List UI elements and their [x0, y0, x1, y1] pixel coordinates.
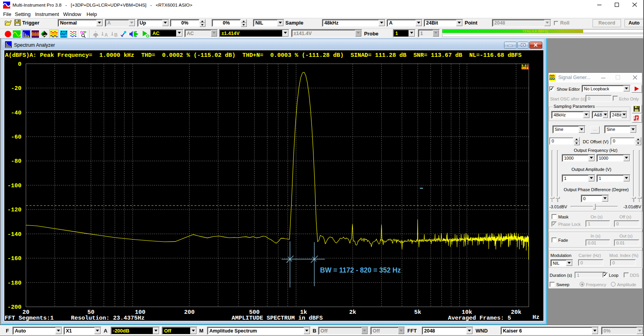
- svg-text:-120: -120: [7, 207, 21, 213]
- svg-text:-160: -160: [7, 255, 21, 262]
- svg-text:5k: 5k: [414, 309, 421, 316]
- svg-text:-40: -40: [11, 110, 21, 116]
- svg-text:AMPLITUDE SPECTRUM in dBFS: AMPLITUDE SPECTRUM in dBFS: [232, 315, 323, 321]
- svg-text:-20: -20: [11, 85, 21, 92]
- svg-text:A: A: [104, 32, 108, 38]
- svg-text:888: 888: [32, 32, 39, 37]
- svg-text:-200: -200: [7, 304, 21, 311]
- svg-text:2k: 2k: [349, 309, 356, 316]
- svg-text:P: P: [84, 30, 87, 34]
- svg-text:Resolution: 23.4375Hz: Resolution: 23.4375Hz: [71, 315, 145, 321]
- svg-text:B: B: [114, 32, 118, 38]
- svg-text:-60: -60: [11, 134, 21, 141]
- svg-text:DUT: DUT: [60, 32, 67, 36]
- svg-text:-100: -100: [7, 183, 21, 189]
- svg-text:0: 0: [18, 61, 21, 68]
- svg-text:-180: -180: [7, 280, 21, 287]
- svg-text:A(dBFS)A: Peak Frequency= 1.0: A(dBFS)A: Peak Frequency= 1.0000 kHz THD…: [5, 52, 522, 59]
- svg-text:-140: -140: [7, 231, 21, 238]
- svg-text:BW = 1172 - 820 = 352 Hz: BW = 1172 - 820 = 352 Hz: [320, 266, 401, 274]
- svg-text:FFT Segments:1: FFT Segments:1: [4, 315, 53, 321]
- svg-text:200: 200: [184, 309, 195, 316]
- svg-text:-80: -80: [11, 158, 21, 165]
- svg-text:Averaged Frames: 5: Averaged Frames: 5: [448, 315, 511, 321]
- svg-text:20k: 20k: [511, 309, 521, 316]
- svg-text:Hz: Hz: [532, 314, 539, 321]
